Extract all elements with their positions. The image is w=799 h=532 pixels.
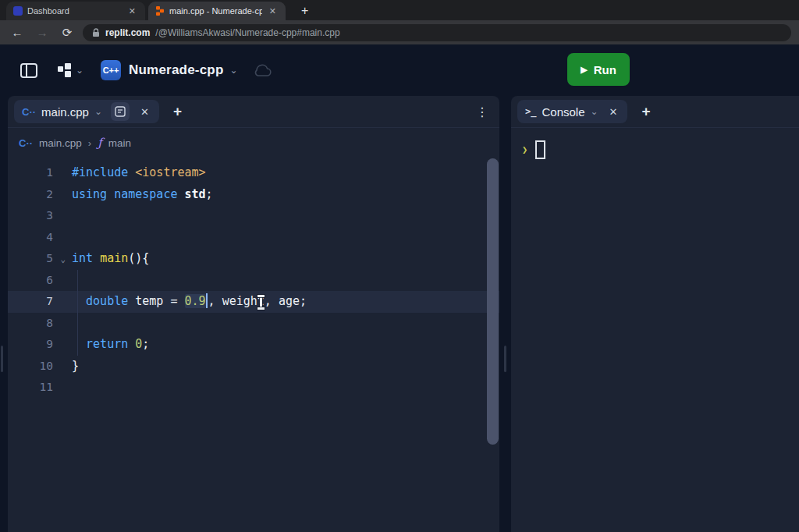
repl-name[interactable]: Numerade-cpp xyxy=(129,62,223,78)
close-icon[interactable]: ✕ xyxy=(126,5,138,17)
new-tab-button[interactable]: + xyxy=(297,4,313,20)
close-icon[interactable]: ✕ xyxy=(267,5,279,17)
browser-tab-repl[interactable]: main.cpp - Numerade-cpp - Repl ✕ xyxy=(148,2,286,20)
code-text[interactable]: int main(){ xyxy=(53,248,149,270)
sidebar-toggle-icon[interactable] xyxy=(20,63,37,78)
code-text[interactable]: using namespace std; xyxy=(53,184,213,206)
browser-tab-title: Dashboard xyxy=(27,6,122,16)
code-text[interactable]: return 0; xyxy=(53,334,149,356)
lock-icon xyxy=(92,28,100,37)
code-token xyxy=(128,165,135,179)
code-token: using namespace xyxy=(72,187,177,201)
code-token: <iostream> xyxy=(135,165,205,179)
editor-panel: C·· main.cpp ⌄ ✕ + ⋮ C·· main.cpp › ƒ ma… xyxy=(8,96,499,532)
code-line[interactable]: 9 return 0; xyxy=(8,334,499,356)
console-prompt-icon: ❯ xyxy=(522,144,527,155)
url-bar[interactable]: replit.com/@WilliamsAkwasi/Numerade-cpp#… xyxy=(83,24,791,41)
code-token: } xyxy=(72,359,79,373)
run-button[interactable]: ▶ Run xyxy=(567,53,630,86)
editor-tab-label: main.cpp xyxy=(41,105,89,119)
code-text[interactable] xyxy=(53,205,72,227)
line-number[interactable]: 2 xyxy=(8,184,53,206)
new-console-tab-button[interactable]: + xyxy=(637,103,655,120)
code-text[interactable]: } xyxy=(53,356,79,378)
code-text[interactable] xyxy=(53,227,72,249)
kebab-menu-icon[interactable]: ⋮ xyxy=(476,105,488,119)
console-cursor xyxy=(535,140,545,159)
line-number[interactable]: 7 xyxy=(8,291,53,313)
browser-tab-title: main.cpp - Numerade-cpp - Repl xyxy=(169,6,262,16)
line-number[interactable]: 4 xyxy=(8,227,53,249)
console-output[interactable]: ❯ xyxy=(511,128,799,172)
chevron-down-icon[interactable]: ⌄ xyxy=(591,108,598,115)
chevron-down-icon[interactable]: ⌄ xyxy=(230,66,238,74)
play-icon: ▶ xyxy=(581,65,587,75)
forward-icon[interactable]: → xyxy=(33,26,51,39)
console-tab-bar: >_ Console ⌄ ✕ + xyxy=(511,96,799,128)
cpp-file-icon: C·· xyxy=(19,137,33,149)
editor-tab-main-cpp[interactable]: C·· main.cpp ⌄ ✕ xyxy=(14,100,159,123)
refresh-icon[interactable]: ⟳ xyxy=(58,26,76,40)
code-token: #include xyxy=(72,165,128,179)
console-tab[interactable]: >_ Console ⌄ ✕ xyxy=(517,100,627,123)
line-number[interactable]: 3 xyxy=(8,205,53,227)
workspace-menu[interactable]: ⌄ xyxy=(58,63,83,77)
close-icon[interactable]: ✕ xyxy=(604,104,623,120)
code-token xyxy=(93,251,100,265)
browser-navbar: ← → ⟳ replit.com/@WilliamsAkwasi/Numerad… xyxy=(0,20,799,44)
code-line[interactable]: 3 xyxy=(8,205,499,227)
code-line[interactable]: 7 double temp = 0.9, weight, age; xyxy=(8,291,499,313)
code-line[interactable]: 5⌄int main(){ xyxy=(8,248,499,270)
code-token xyxy=(128,337,135,351)
code-token: 0.9 xyxy=(185,294,206,308)
code-line[interactable]: 10} xyxy=(8,356,499,378)
line-number[interactable]: 9 xyxy=(8,334,53,356)
code-token: temp = xyxy=(128,294,184,308)
breadcrumb-file[interactable]: main.cpp xyxy=(39,137,82,149)
code-token: std xyxy=(185,187,206,201)
code-line[interactable]: 11 xyxy=(8,377,499,399)
code-line[interactable]: 2using namespace std; xyxy=(8,184,499,206)
line-number[interactable]: 1 xyxy=(8,162,53,184)
code-text[interactable] xyxy=(53,377,72,399)
code-token: ; xyxy=(206,187,213,201)
code-line[interactable]: 6 xyxy=(8,270,499,292)
code-token xyxy=(72,337,86,351)
code-token: return xyxy=(86,337,128,351)
code-text[interactable]: double temp = 0.9, weight, age; xyxy=(53,291,307,313)
file-contents-icon[interactable] xyxy=(111,102,130,121)
line-number[interactable]: 5⌄ xyxy=(8,248,53,270)
code-token: 0 xyxy=(135,337,142,351)
left-resize-handle[interactable] xyxy=(1,346,3,372)
close-icon[interactable]: ✕ xyxy=(135,104,154,120)
code-text[interactable] xyxy=(53,270,72,292)
editor-tab-bar: C·· main.cpp ⌄ ✕ + ⋮ xyxy=(8,96,499,128)
browser-tab-dashboard[interactable]: Dashboard ✕ xyxy=(6,2,145,20)
breadcrumb: C·· main.cpp › ƒ main xyxy=(8,128,499,158)
code-token: ; xyxy=(142,337,149,351)
line-number[interactable]: 11 xyxy=(8,377,53,399)
panel-resize-handle[interactable] xyxy=(504,346,506,372)
code-text[interactable]: #include <iostream> xyxy=(53,162,206,184)
line-number[interactable]: 8 xyxy=(8,313,53,335)
line-number[interactable]: 10 xyxy=(8,356,53,378)
code-editor[interactable]: 1#include <iostream>2using namespace std… xyxy=(8,158,499,399)
code-token: , age; xyxy=(265,294,307,308)
breadcrumb-symbol[interactable]: main xyxy=(108,137,131,149)
chevron-down-icon[interactable]: ⌄ xyxy=(94,108,102,115)
code-token: t xyxy=(257,294,265,308)
replit-favicon xyxy=(155,6,165,16)
code-token xyxy=(177,187,184,201)
back-icon[interactable]: ← xyxy=(8,26,27,39)
code-token: main xyxy=(100,251,128,265)
numerade-favicon xyxy=(13,6,23,16)
new-editor-tab-button[interactable]: + xyxy=(169,103,186,120)
code-line[interactable]: 4 xyxy=(8,227,499,249)
code-text[interactable] xyxy=(53,313,72,335)
line-number[interactable]: 6 xyxy=(8,270,53,292)
workspace-header: ⌄ C++ Numerade-cpp ⌄ xyxy=(0,44,799,96)
url-host: replit.com xyxy=(105,27,150,38)
editor-scrollbar[interactable] xyxy=(487,158,499,445)
code-line[interactable]: 8 xyxy=(8,313,499,335)
code-line[interactable]: 1#include <iostream> xyxy=(8,162,499,184)
